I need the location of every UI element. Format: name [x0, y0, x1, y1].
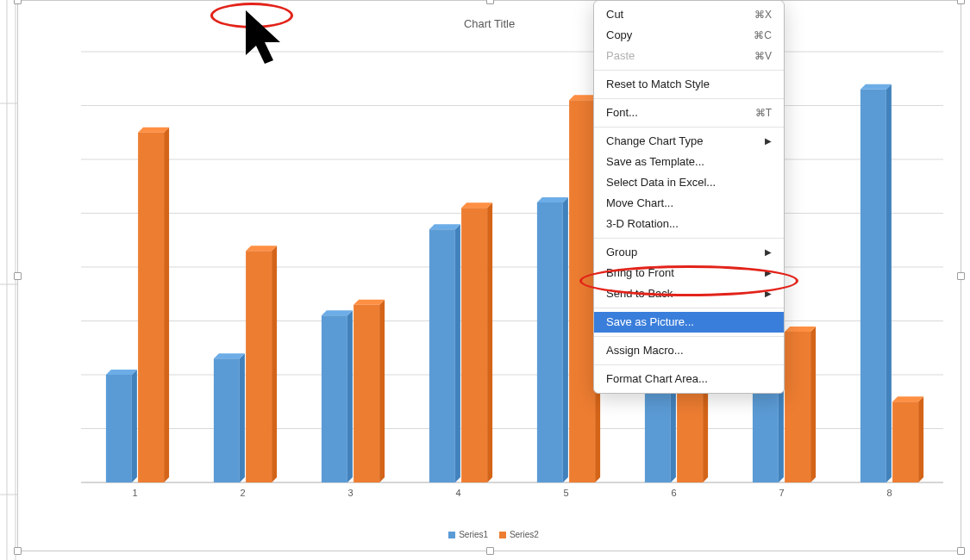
- svg-marker-37: [214, 353, 245, 358]
- menu-item-label: Assign Macro...: [606, 343, 684, 358]
- bar-Series1-1[interactable]: [106, 375, 132, 482]
- menu-item-format-area[interactable]: Format Chart Area...: [594, 369, 784, 389]
- menu-item-group[interactable]: Group▶: [594, 242, 784, 263]
- menu-item-reset-style[interactable]: Reset to Match Style: [594, 74, 784, 95]
- menu-item-change-type[interactable]: Change Chart Type▶: [594, 131, 784, 152]
- context-menu-separator: [594, 98, 784, 99]
- context-menu-separator: [594, 238, 784, 239]
- bar-Series1-8[interactable]: [860, 90, 886, 482]
- bar-Series2-5[interactable]: [569, 100, 595, 482]
- resize-handle-w[interactable]: [14, 272, 22, 280]
- menu-item-paste: Paste⌘V: [594, 46, 784, 66]
- svg-marker-39: [246, 246, 277, 251]
- resize-handle-e[interactable]: [957, 272, 965, 280]
- svg-marker-34: [164, 128, 169, 482]
- svg-text:3: 3: [347, 488, 353, 498]
- bar-Series1-5[interactable]: [537, 202, 563, 482]
- submenu-arrow-icon: ▶: [765, 265, 772, 281]
- menu-item-label: Save as Template...: [606, 154, 704, 170]
- menu-item-copy[interactable]: Copy⌘C: [594, 25, 784, 46]
- svg-marker-35: [138, 128, 169, 133]
- bar-Series1-2[interactable]: [214, 358, 240, 482]
- svg-marker-43: [354, 300, 385, 305]
- svg-marker-47: [461, 202, 492, 208]
- legend-label-series1: Series1: [459, 530, 488, 539]
- menu-item-shortcut: ⌘C: [754, 28, 772, 43]
- svg-text:6: 6: [671, 488, 676, 498]
- svg-marker-49: [537, 197, 568, 202]
- menu-item-shortcut: ⌘X: [754, 7, 772, 22]
- menu-item-send-back[interactable]: Send to Back▶: [594, 283, 784, 304]
- bar-Series2-8[interactable]: [892, 401, 918, 482]
- svg-marker-41: [322, 310, 353, 315]
- bar-Series2-4[interactable]: [461, 208, 487, 482]
- menu-item-assign-macro[interactable]: Assign Macro...: [594, 340, 784, 361]
- chart-title[interactable]: Chart Title: [17, 17, 961, 30]
- bar-Series2-3[interactable]: [354, 305, 379, 482]
- resize-handle-s[interactable]: [486, 547, 494, 555]
- menu-item-bring-front[interactable]: Bring to Front▶: [594, 263, 784, 283]
- menu-item-select-data[interactable]: Select Data in Excel...: [594, 172, 784, 193]
- resize-handle-se[interactable]: [957, 547, 965, 555]
- svg-text:7: 7: [779, 488, 784, 498]
- menu-item-label: Select Data in Excel...: [606, 175, 716, 190]
- svg-marker-44: [455, 224, 460, 482]
- svg-marker-48: [563, 197, 568, 482]
- context-menu-separator: [594, 127, 784, 128]
- svg-marker-63: [892, 396, 923, 401]
- svg-text:5: 5: [563, 488, 568, 498]
- context-menu-separator: [594, 308, 784, 308]
- svg-marker-32: [132, 370, 137, 482]
- resize-handle-nw[interactable]: [14, 0, 22, 4]
- menu-item-label: Cut: [606, 7, 623, 22]
- menu-item-label: Reset to Match Style: [606, 77, 710, 92]
- svg-marker-38: [272, 246, 277, 482]
- menu-item-label: 3-D Rotation...: [606, 216, 679, 232]
- legend-swatch-series2: [499, 532, 506, 538]
- context-menu[interactable]: Cut⌘XCopy⌘CPaste⌘VReset to Match StyleFo…: [593, 0, 785, 394]
- menu-item-shortcut: ⌘V: [754, 48, 772, 64]
- bar-Series2-1[interactable]: [138, 133, 164, 482]
- svg-marker-58: [810, 327, 816, 482]
- resize-handle-n[interactable]: [486, 0, 494, 4]
- svg-marker-46: [487, 202, 492, 482]
- svg-text:2: 2: [240, 488, 245, 498]
- submenu-arrow-icon: ▶: [765, 134, 772, 149]
- svg-marker-45: [429, 224, 460, 229]
- menu-item-label: Move Chart...: [606, 196, 673, 211]
- bar-Series2-7[interactable]: [785, 332, 810, 482]
- svg-marker-42: [379, 300, 385, 482]
- context-menu-separator: [594, 70, 784, 71]
- menu-item-label: Font...: [606, 105, 638, 121]
- menu-item-save-picture[interactable]: Save as Picture...: [594, 312, 784, 333]
- submenu-arrow-icon: ▶: [765, 245, 772, 260]
- context-menu-separator: [594, 336, 784, 337]
- chart-legend[interactable]: Series1 Series2: [17, 530, 961, 539]
- menu-item-label: Paste: [606, 48, 635, 64]
- menu-item-label: Send to Back: [606, 286, 673, 302]
- menu-item-label: Save as Picture...: [606, 314, 694, 330]
- menu-item-move-chart[interactable]: Move Chart...: [594, 193, 784, 214]
- svg-marker-60: [886, 84, 892, 482]
- menu-item-label: Change Chart Type: [606, 134, 704, 149]
- svg-text:4: 4: [455, 488, 460, 498]
- menu-item-label: Group: [606, 245, 637, 260]
- resize-handle-sw[interactable]: [14, 547, 22, 555]
- menu-item-save-template[interactable]: Save as Template...: [594, 152, 784, 172]
- menu-item-cut[interactable]: Cut⌘X: [594, 4, 784, 25]
- menu-item-rotation-3d[interactable]: 3-D Rotation...: [594, 214, 784, 234]
- resize-handle-ne[interactable]: [957, 0, 965, 4]
- svg-marker-36: [240, 353, 245, 482]
- bar-Series1-4[interactable]: [429, 229, 455, 482]
- svg-marker-40: [347, 310, 353, 482]
- legend-swatch-series1: [448, 532, 455, 538]
- svg-text:8: 8: [886, 488, 892, 498]
- bar-Series2-2[interactable]: [246, 251, 272, 482]
- svg-marker-33: [106, 370, 137, 375]
- plot-area[interactable]: 0102030405060708012345678: [72, 43, 952, 500]
- bar-Series1-3[interactable]: [322, 315, 347, 482]
- chart-object[interactable]: Chart Title 0102030405060708012345678 Se…: [17, 0, 961, 551]
- menu-item-label: Format Chart Area...: [606, 371, 708, 387]
- menu-item-font[interactable]: Font...⌘T: [594, 103, 784, 123]
- svg-marker-61: [860, 84, 892, 90]
